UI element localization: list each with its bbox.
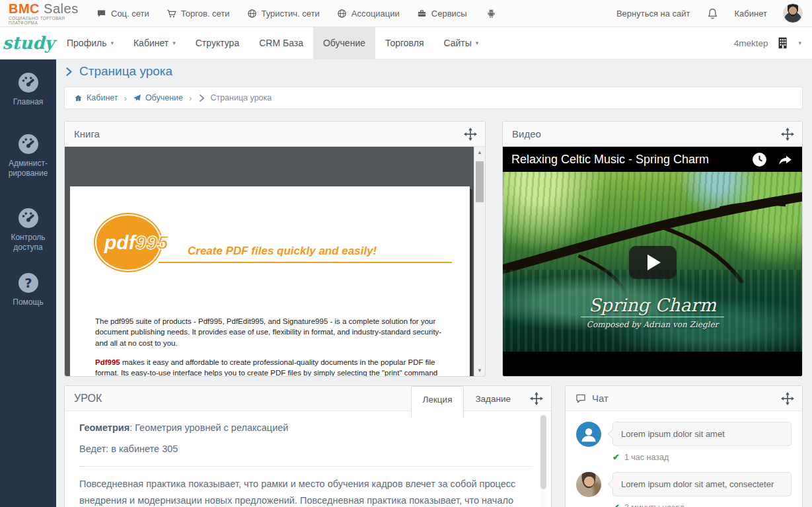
nav-item-profile[interactable]: Профиль▾ (57, 27, 124, 59)
breadcrumb-cabinet[interactable]: Кабинет (74, 93, 118, 102)
lesson-panel: УРОК Лекция Задание Геометрия: Геометрия… (64, 385, 552, 507)
chat-message-meta: ✔ 1 час назад (612, 452, 792, 462)
bell-icon[interactable] (706, 7, 719, 20)
lesson-text: Повседневная практика показывает, что ра… (79, 476, 531, 507)
divider (79, 466, 531, 467)
sidebar-item-label: Главная (3, 97, 54, 107)
bmc-sales-logo[interactable]: BMC Sales СОЦИАЛЬНО ТОРГОВАЯ ПЛАТФОРМА (0, 2, 91, 25)
top-menu-services[interactable]: Сервисы (417, 9, 467, 19)
pdf-paragraph: Pdf995 makes it easy and affordable to c… (95, 357, 453, 376)
pdf-paragraph: The pdf995 suite of products - Pdf995, P… (95, 316, 453, 348)
nav-item-cabinet[interactable]: Кабинет▾ (124, 27, 186, 59)
top-menu-trade[interactable]: Торгов. сети (166, 9, 230, 19)
chat-message: Lorem ipsum dolor sit amet (576, 422, 792, 447)
book-panel-header: Книга (65, 122, 485, 147)
lesson-panel-title: УРОК (74, 393, 102, 405)
chevron-down-icon[interactable]: ▾ (798, 40, 801, 46)
video-panel: Видео Relaxing Celtic Music - Spring Cha… (502, 121, 803, 377)
cabinet-link[interactable]: Кабинет (735, 9, 767, 19)
chat-panel: Чат Lorem ipsum dolor sit amet ✔ 1 час н… (565, 385, 803, 507)
pdf-scrollbar[interactable]: ▲ ▼ (474, 147, 485, 376)
main-navbar: study Профиль▾ Кабинет▾ Структура CRM Ба… (0, 27, 812, 59)
top-menu-label: Торгов. сети (181, 9, 230, 19)
study-logo[interactable]: study (0, 27, 57, 59)
user-avatar[interactable] (783, 3, 803, 23)
nav-item-education[interactable]: Обучение (313, 27, 375, 59)
page-title: Страница урока (64, 64, 172, 79)
nav-item-crm[interactable]: CRM База (249, 27, 313, 59)
brand-sales: Sales (44, 1, 79, 16)
pdf-text: The pdf995 suite of products - Pdf995, P… (95, 316, 453, 376)
tachometer-icon (3, 132, 54, 156)
video-caption: Spring Charm Composed by Adrian von Zieg… (503, 295, 802, 329)
sidebar-item-access-control[interactable]: Контроль доступа (0, 206, 56, 253)
tachometer-icon (3, 71, 54, 95)
share-icon[interactable] (777, 151, 794, 168)
nav-item-sites[interactable]: Сайты▾ (433, 27, 488, 59)
pdf-page: pdf995 Create PDF files quickly and easi… (70, 186, 470, 376)
check-icon: ✔ (612, 502, 620, 507)
video-panel-header: Видео (503, 122, 802, 147)
play-button[interactable] (629, 246, 677, 279)
sidebar-item-label: Контроль доступа (3, 233, 54, 253)
user-avatar[interactable] (576, 472, 601, 497)
tab-lecture[interactable]: Лекция (411, 386, 464, 417)
watch-later-icon[interactable] (751, 151, 768, 168)
chevron-right-icon (64, 67, 74, 77)
chat-message: Lorem ipsum dolor sit amet, consecteter (576, 472, 792, 497)
video-thumbnail: Spring Charm Composed by Adrian von Zieg… (503, 172, 802, 353)
building-icon[interactable] (776, 36, 790, 50)
chat-bubble: Lorem ipsum dolor sit amet (612, 422, 792, 446)
chevron-down-icon: ▾ (110, 40, 114, 46)
globe-icon (247, 9, 257, 19)
check-icon: ✔ (612, 452, 620, 462)
breadcrumb-separator: › (124, 93, 127, 103)
chat-panel-title: Чат (592, 393, 609, 404)
lesson-location: Ведет: в кабинете 305 (79, 444, 531, 454)
sidebar-item-label: Админист- рирование (3, 159, 54, 178)
move-icon[interactable] (464, 128, 477, 141)
back-to-site-link[interactable]: Вернуться на сайт (616, 9, 690, 19)
move-icon[interactable] (530, 392, 543, 405)
video-title[interactable]: Relaxing Celtic Music - Spring Charm (511, 153, 751, 167)
top-menu-label: Туристич. сети (262, 9, 320, 19)
lesson-panel-header: УРОК Лекция Задание (65, 386, 551, 411)
lesson-scrollbar-thumb[interactable] (540, 415, 546, 489)
video-player[interactable]: Relaxing Celtic Music - Spring Charm Spr… (503, 147, 802, 376)
top-menu-associations[interactable]: Ассоциации (337, 9, 400, 19)
video-panel-title: Видео (512, 128, 541, 139)
nav-item-structure[interactable]: Структура (186, 27, 249, 59)
brand-subtitle: СОЦИАЛЬНО ТОРГОВАЯ ПЛАТФОРМА (9, 16, 91, 25)
sidebar-item-help[interactable]: ? Помощь (0, 271, 56, 307)
chat-timestamp: 2 минуты назад (624, 503, 684, 507)
scroll-up-icon[interactable]: ▲ (474, 149, 485, 155)
question-circle-icon: ? (3, 271, 54, 295)
move-icon[interactable] (781, 128, 794, 141)
svg-text:?: ? (24, 276, 32, 291)
android-icon[interactable] (486, 8, 497, 19)
sidebar-item-administration[interactable]: Админист- рирование (0, 132, 56, 178)
user-avatar[interactable] (576, 422, 601, 447)
play-icon (647, 254, 661, 270)
pdf-scrollbar-thumb[interactable] (476, 161, 484, 202)
lesson-content: Геометрия: Геометрия уровней с релаксаци… (65, 411, 551, 507)
scroll-down-icon[interactable]: ▼ (474, 368, 485, 373)
chat-bubble: Lorem ipsum dolor sit amet, consecteter (612, 472, 792, 496)
lesson-scrollbar[interactable] (540, 415, 546, 507)
school-name: 4mektep (734, 38, 768, 48)
left-sidebar: Главная Админист- рирование Контроль дос… (0, 59, 56, 507)
breadcrumb-separator: › (189, 93, 192, 103)
top-menu-label: Ассоциации (351, 9, 400, 19)
book-panel-title: Книга (74, 128, 100, 139)
top-menu-tourist[interactable]: Туристич. сети (247, 9, 320, 19)
chevron-right-icon (198, 94, 206, 102)
top-menu-social[interactable]: Соц. сети (96, 9, 149, 19)
breadcrumb-education[interactable]: Обучение (133, 93, 183, 102)
move-icon[interactable] (781, 392, 794, 405)
chat-message-meta: ✔ 2 минуты назад (612, 502, 792, 507)
chat-panel-header: Чат (566, 386, 802, 411)
sidebar-item-home[interactable]: Главная (0, 71, 56, 107)
briefcase-icon (417, 9, 427, 19)
nav-item-trading[interactable]: Торговля (375, 27, 433, 59)
comment-icon (96, 9, 106, 19)
